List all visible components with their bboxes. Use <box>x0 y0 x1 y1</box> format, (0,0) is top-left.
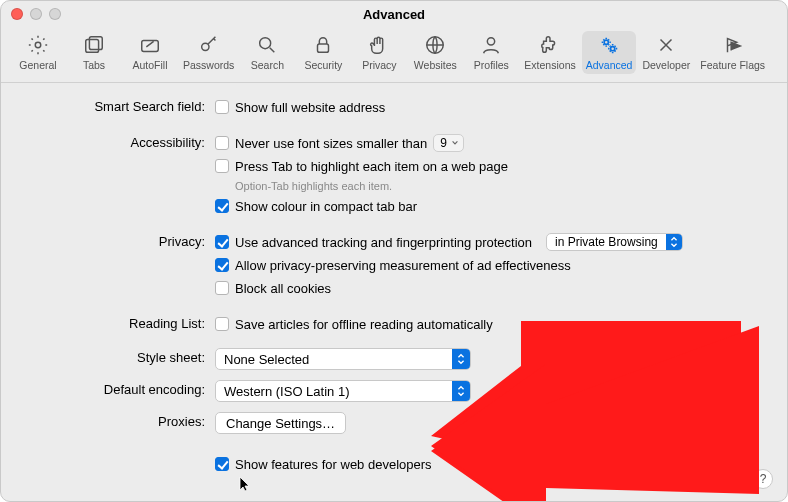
minimize-window-button[interactable] <box>30 8 42 20</box>
toolbar-tabs[interactable]: Tabs <box>67 31 121 74</box>
svg-rect-1 <box>86 40 99 53</box>
traffic-lights <box>11 8 61 20</box>
label-default-encoding: Default encoding: <box>21 380 215 400</box>
toolbar-label: Search <box>251 59 284 71</box>
checkbox-advanced-tracking[interactable] <box>215 235 229 249</box>
hand-icon <box>368 34 390 56</box>
zoom-window-button[interactable] <box>49 8 61 20</box>
svg-point-4 <box>201 43 208 50</box>
autofill-icon <box>139 34 161 56</box>
checkbox-show-colour[interactable] <box>215 199 229 213</box>
tabs-icon <box>83 34 105 56</box>
search-icon <box>256 34 278 56</box>
tools-icon <box>655 34 677 56</box>
text-allow-measure: Allow privacy-preserving measurement of … <box>235 258 571 273</box>
text-show-colour: Show colour in compact tab bar <box>235 199 417 214</box>
checkbox-show-dev-features[interactable] <box>215 457 229 471</box>
toolbar-label: Advanced <box>586 59 633 71</box>
toolbar-label: Extensions <box>524 59 575 71</box>
toolbar-label: Profiles <box>474 59 509 71</box>
tracking-mode-value: in Private Browsing <box>555 235 658 249</box>
toolbar-label: AutoFill <box>132 59 167 71</box>
help-button[interactable]: ? <box>753 469 773 489</box>
toolbar-search[interactable]: Search <box>240 31 294 74</box>
change-settings-button[interactable]: Change Settings… <box>215 412 346 434</box>
default-encoding-value: Western (ISO Latin 1) <box>224 384 349 399</box>
content-area: Smart Search field: Show full website ad… <box>1 83 787 494</box>
button-label: Change Settings… <box>226 416 335 431</box>
chevrons-icon <box>452 381 470 401</box>
text-press-tab: Press Tab to highlight each item on a we… <box>235 159 508 174</box>
chevron-down-icon <box>451 139 459 147</box>
svg-rect-6 <box>318 44 329 52</box>
gears-icon <box>598 34 620 56</box>
close-window-button[interactable] <box>11 8 23 20</box>
label-accessibility: Accessibility: <box>21 133 215 153</box>
label-reading-list: Reading List: <box>21 314 215 334</box>
flag-icon <box>722 34 744 56</box>
default-encoding-select[interactable]: Western (ISO Latin 1) <box>215 380 471 402</box>
toolbar-feature-flags[interactable]: Feature Flags <box>696 31 769 74</box>
label-smart-search: Smart Search field: <box>21 97 215 117</box>
toolbar-developer[interactable]: Developer <box>638 31 694 74</box>
text-show-full-url: Show full website address <box>235 100 385 115</box>
person-icon <box>480 34 502 56</box>
toolbar-general[interactable]: General <box>11 31 65 74</box>
style-sheet-value: None Selected <box>224 352 309 367</box>
checkbox-save-offline[interactable] <box>215 317 229 331</box>
font-size-dropdown[interactable]: 9 <box>433 134 464 152</box>
tracking-mode-select[interactable]: in Private Browsing <box>546 233 683 251</box>
text-block-cookies: Block all cookies <box>235 281 331 296</box>
lock-icon <box>312 34 334 56</box>
text-save-offline: Save articles for offline reading automa… <box>235 317 493 332</box>
checkbox-block-cookies[interactable] <box>215 281 229 295</box>
toolbar-extensions[interactable]: Extensions <box>520 31 579 74</box>
svg-rect-3 <box>142 40 159 51</box>
text-advanced-tracking: Use advanced tracking and fingerprinting… <box>235 235 532 250</box>
svg-point-5 <box>260 38 271 49</box>
svg-point-9 <box>604 40 608 44</box>
hint-option-tab: Option-Tab highlights each item. <box>235 180 767 192</box>
toolbar-label: Privacy <box>362 59 396 71</box>
toolbar-label: Security <box>304 59 342 71</box>
style-sheet-select[interactable]: None Selected <box>215 348 471 370</box>
toolbar-websites[interactable]: Websites <box>408 31 462 74</box>
svg-rect-2 <box>89 37 102 50</box>
chevrons-icon <box>666 234 682 250</box>
text-never-font-smaller: Never use font sizes smaller than <box>235 136 427 151</box>
toolbar-label: General <box>19 59 56 71</box>
label-style-sheet: Style sheet: <box>21 348 215 368</box>
globe-icon <box>424 34 446 56</box>
checkbox-press-tab[interactable] <box>215 159 229 173</box>
toolbar-label: Feature Flags <box>700 59 765 71</box>
font-size-value: 9 <box>440 136 447 150</box>
toolbar-label: Tabs <box>83 59 105 71</box>
toolbar-label: Passwords <box>183 59 234 71</box>
toolbar-profiles[interactable]: Profiles <box>464 31 518 74</box>
toolbar-label: Developer <box>642 59 690 71</box>
toolbar-label: Websites <box>414 59 457 71</box>
gear-icon <box>27 34 49 56</box>
label-proxies: Proxies: <box>21 412 215 432</box>
toolbar-security[interactable]: Security <box>296 31 350 74</box>
puzzle-icon <box>539 34 561 56</box>
svg-point-10 <box>611 47 615 51</box>
titlebar: Advanced <box>1 1 787 27</box>
window-title: Advanced <box>1 7 787 22</box>
toolbar-advanced[interactable]: Advanced <box>582 31 637 74</box>
label-privacy: Privacy: <box>21 232 215 252</box>
toolbar-passwords[interactable]: Passwords <box>179 31 238 74</box>
chevrons-icon <box>452 349 470 369</box>
svg-point-8 <box>488 38 495 45</box>
toolbar-autofill[interactable]: AutoFill <box>123 31 177 74</box>
toolbar-privacy[interactable]: Privacy <box>352 31 406 74</box>
text-show-dev-features: Show features for web developers <box>235 457 432 472</box>
help-label: ? <box>760 472 767 486</box>
checkbox-show-full-url[interactable] <box>215 100 229 114</box>
checkbox-never-font-smaller[interactable] <box>215 136 229 150</box>
checkbox-allow-measure[interactable] <box>215 258 229 272</box>
key-icon <box>198 34 220 56</box>
svg-point-0 <box>35 42 41 48</box>
preferences-toolbar: General Tabs AutoFill Passwords Search S… <box>1 27 787 83</box>
preferences-window: Advanced General Tabs AutoFill Passwords… <box>0 0 788 502</box>
